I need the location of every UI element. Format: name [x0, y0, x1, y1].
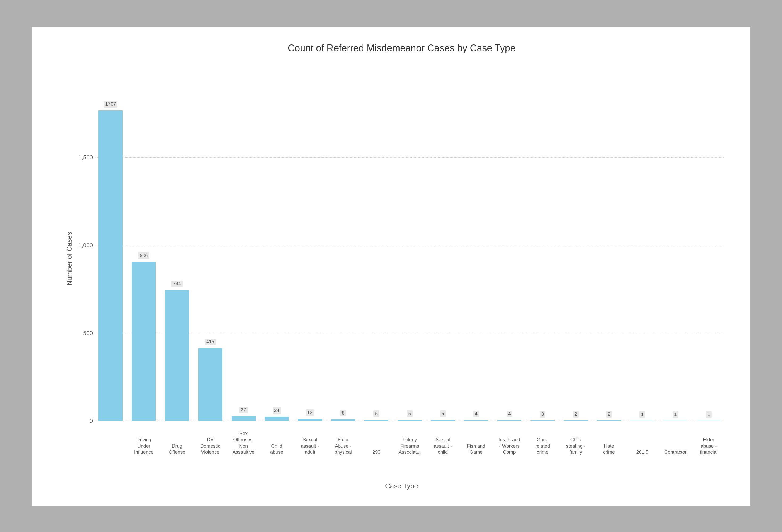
bar: 1767 — [99, 110, 122, 421]
x-tick-label: ElderAbuse -physical — [327, 437, 359, 455]
y-tick-label: 500 — [83, 330, 93, 336]
x-tick-label: Contractor — [660, 449, 691, 455]
y-tick-label: 0 — [90, 418, 93, 424]
x-tick-label: Sexualassault -adult — [294, 437, 326, 455]
bar-group: 5FelonyFirearmsAssociat... — [395, 70, 425, 421]
x-tick-label: Fish andGame — [460, 443, 492, 456]
bar-group: 8ElderAbuse -physical — [328, 70, 358, 421]
x-tick-label: FelonyFirearmsAssociat... — [394, 437, 426, 455]
bar: 27 — [232, 416, 255, 421]
bar-group: 1767 — [96, 70, 126, 421]
bar-value-label: 27 — [239, 406, 248, 413]
bar-group: 5290 — [361, 70, 392, 421]
plot-area: 05001,0001,500 1767906DrivingUnderInflue… — [96, 70, 724, 421]
bar-value-label: 1 — [706, 411, 712, 418]
bar-value-label: 4 — [506, 411, 512, 417]
bar: 744 — [165, 290, 189, 421]
bar-value-label: 744 — [171, 281, 183, 287]
bar-group: 3Gangrelatedcrime — [528, 70, 558, 421]
bar-group: 27SexOffenses:NonAssaultive — [228, 70, 258, 421]
x-tick-label: SexOffenses:NonAssaultive — [227, 431, 259, 456]
bar: 415 — [198, 348, 222, 421]
x-tick-label: 290 — [360, 449, 392, 455]
bar-group: 4Ins. Fraud- WorkersComp — [494, 70, 524, 421]
bar: 5 — [398, 420, 422, 421]
bar-value-label: 24 — [273, 407, 281, 414]
x-tick-label: Ins. Fraud- WorkersComp — [494, 437, 525, 455]
bar-value-label: 5 — [440, 411, 446, 417]
x-tick-label: Childabuse — [261, 443, 293, 456]
bar: 12 — [298, 419, 322, 421]
bar: 24 — [265, 417, 289, 421]
x-tick-label: Elderabuse -financial — [693, 437, 725, 455]
y-axis-label: Number of Cases — [65, 232, 73, 285]
bar-value-label: 1767 — [104, 101, 117, 108]
chart-title: Count of Referred Misdemeanor Cases by C… — [74, 43, 729, 54]
bar: 5 — [364, 420, 388, 421]
bar-value-label: 5 — [407, 411, 413, 417]
x-tick-label: Gangrelatedcrime — [527, 437, 559, 455]
bar-value-label: 3 — [539, 411, 545, 418]
y-tick-label: 1,500 — [78, 154, 93, 161]
bar-group: 1261.5 — [627, 70, 657, 421]
x-axis-label: Case Type — [385, 482, 418, 490]
bar: 4 — [497, 420, 521, 421]
bar-value-label: 5 — [374, 411, 379, 417]
chart-container: Count of Referred Misdemeanor Cases by C… — [32, 27, 750, 506]
bar-group: 5Sexualassault -child — [428, 70, 458, 421]
x-tick-label: 261.5 — [626, 449, 658, 455]
bar-group: 12Sexualassault -adult — [295, 70, 325, 421]
x-tick-label: Childstealing -family — [560, 437, 592, 455]
bar-group: 744DrugOffense — [162, 70, 192, 421]
bar-value-label: 415 — [205, 339, 216, 345]
bar-group: 4Fish andGame — [461, 70, 491, 421]
bar-value-label: 1 — [673, 411, 678, 418]
bar: 1 — [697, 421, 720, 421]
chart-area: Number of Cases Case Type 05001,0001,500… — [74, 64, 729, 453]
bar: 5 — [431, 420, 455, 421]
x-tick-label: Sexualassault -child — [427, 437, 459, 455]
bar-group: 24Childabuse — [262, 70, 292, 421]
bar: 906 — [132, 262, 156, 421]
bar-value-label: 12 — [306, 409, 314, 416]
x-tick-label: Hatecrime — [593, 443, 625, 456]
bar-value-label: 2 — [606, 411, 612, 418]
bar-group: 1Contractor — [661, 70, 690, 421]
bars-container: 1767906DrivingUnderInfluence744DrugOffen… — [96, 70, 724, 421]
bar-value-label: 4 — [473, 411, 479, 417]
bar-group: 906DrivingUnderInfluence — [129, 70, 159, 421]
bar-value-label: 906 — [138, 252, 149, 259]
bar-value-label: 1 — [639, 411, 645, 418]
bar: 8 — [331, 419, 355, 421]
x-tick-label: DrivingUnderInfluence — [128, 437, 160, 455]
bar: 1 — [664, 421, 687, 421]
bar-group: 1Elderabuse -financial — [694, 70, 724, 421]
bar: 1 — [630, 421, 654, 421]
bar: 3 — [530, 421, 555, 421]
bar-group: 2Childstealing -family — [561, 70, 591, 421]
x-tick-label: DVDomesticViolence — [194, 437, 226, 455]
bar-group: 415DVDomesticViolence — [196, 70, 225, 421]
bar-group: 2Hatecrime — [594, 70, 624, 421]
y-tick-label: 1,000 — [78, 242, 93, 249]
x-tick-label: DrugOffense — [161, 443, 193, 456]
bar: 4 — [464, 420, 488, 421]
bar-value-label: 8 — [340, 410, 346, 417]
bar-value-label: 2 — [573, 411, 579, 418]
